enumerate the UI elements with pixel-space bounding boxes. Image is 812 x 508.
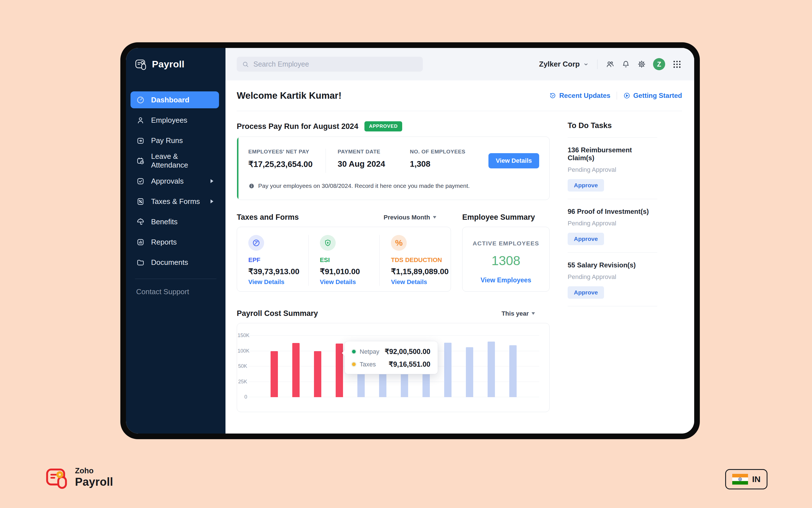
gridline bbox=[248, 335, 539, 336]
contact-support-link[interactable]: Contact Support bbox=[136, 287, 226, 296]
payrun-accent-bar bbox=[237, 137, 238, 200]
country-code: IN bbox=[752, 474, 761, 484]
sidebar-divider bbox=[135, 279, 217, 279]
esi-column: ESI ₹91,010.00 View Details bbox=[308, 235, 380, 286]
net-pay-field: EMPLOYEES' NET PAY ₹17,25,23,654.00 bbox=[248, 149, 313, 169]
main-area: Zylker Corp Z Welcome Kartik Kumar! bbox=[226, 48, 694, 433]
bar-month-9[interactable] bbox=[444, 343, 451, 397]
payment-date-label: PAYMENT DATE bbox=[338, 149, 385, 155]
device-frame: Payroll Dashboard Employees bbox=[121, 42, 700, 439]
net-pay-label: EMPLOYEES' NET PAY bbox=[248, 149, 313, 155]
bar-month-11[interactable] bbox=[488, 342, 495, 397]
apps-grid-icon[interactable] bbox=[672, 59, 682, 69]
tds-view-details-link[interactable]: View Details bbox=[391, 279, 451, 286]
sidebar-item-reports[interactable]: Reports bbox=[131, 232, 219, 252]
sidebar-item-pay-runs[interactable]: Pay Runs bbox=[131, 130, 219, 151]
page-title: Welcome Kartik Kumar! bbox=[237, 90, 342, 101]
sidebar: Payroll Dashboard Employees bbox=[126, 48, 226, 433]
bell-icon[interactable] bbox=[621, 60, 630, 69]
sidebar-item-label: Taxes & Forms bbox=[151, 197, 200, 206]
todo-item-status: Pending Approval bbox=[568, 273, 657, 281]
chart-title: Payroll Cost Summary bbox=[237, 309, 318, 318]
chart-period-dropdown[interactable]: This year bbox=[501, 310, 535, 317]
content: Welcome Kartik Kumar! Recent Updates Get… bbox=[226, 80, 694, 433]
epf-icon bbox=[248, 235, 264, 251]
search-box[interactable] bbox=[237, 57, 423, 72]
sidebar-item-documents[interactable]: Documents bbox=[131, 252, 219, 272]
getting-started-label: Getting Started bbox=[633, 92, 682, 99]
approve-button[interactable]: Approve bbox=[568, 286, 604, 299]
taxes-forms-title: Taxes and Forms bbox=[237, 213, 299, 222]
app-window: Payroll Dashboard Employees bbox=[126, 48, 694, 433]
info-icon bbox=[248, 183, 255, 189]
country-badge: IN bbox=[725, 469, 767, 490]
sidebar-item-dashboard[interactable]: Dashboard bbox=[131, 91, 219, 108]
sidebar-item-label: Dashboard bbox=[151, 96, 189, 104]
sidebar-item-leave-attendance[interactable]: Leave & Attendance bbox=[131, 151, 219, 171]
payment-note-text: Pay your employees on 30/08/2024. Record… bbox=[258, 182, 470, 189]
taxes-period-dropdown[interactable]: Previous Month bbox=[384, 214, 436, 221]
search-input[interactable] bbox=[253, 60, 418, 69]
chevron-down-icon bbox=[583, 61, 589, 68]
zoho-brand-text: Zoho bbox=[75, 467, 113, 475]
employee-count-field: NO. OF EMPLOYEES 1,308 bbox=[410, 149, 465, 169]
bar-segment-month-2[interactable] bbox=[292, 343, 300, 397]
epf-view-details-link[interactable]: View Details bbox=[248, 279, 308, 286]
org-selector[interactable]: Zylker Corp bbox=[539, 60, 589, 69]
bar-month-7[interactable] bbox=[401, 372, 408, 397]
field-separator bbox=[326, 149, 326, 173]
approve-button[interactable]: Approve bbox=[568, 233, 604, 245]
sidebar-item-label: Approvals bbox=[151, 177, 184, 185]
todo-item-title: 55 Salary Revision(s) bbox=[568, 261, 657, 269]
refresh-check-icon bbox=[549, 92, 556, 99]
bar-month-10[interactable] bbox=[466, 347, 473, 397]
sidebar-item-employees[interactable]: Employees bbox=[131, 110, 219, 130]
bar-month-12[interactable] bbox=[509, 345, 517, 397]
payment-date-value: 30 Aug 2024 bbox=[338, 159, 385, 169]
payroll-logo-icon bbox=[135, 57, 147, 71]
topbar: Zylker Corp Z bbox=[226, 48, 694, 80]
view-employees-link[interactable]: View Employees bbox=[481, 277, 531, 284]
gridline bbox=[248, 382, 539, 382]
bar-segment-month-4[interactable] bbox=[336, 344, 343, 397]
payrun-header: Process Pay Run for August 2024 APPROVED bbox=[237, 121, 550, 131]
getting-started-link[interactable]: Getting Started bbox=[623, 92, 682, 99]
todo-item-status: Pending Approval bbox=[568, 166, 657, 173]
tds-percent-icon: % bbox=[391, 235, 407, 251]
todo-item-title: 136 Reimbursement Claim(s) bbox=[568, 146, 657, 162]
esi-view-details-link[interactable]: View Details bbox=[320, 279, 380, 286]
sidebar-item-label: Employees bbox=[151, 116, 187, 125]
users-icon[interactable] bbox=[606, 60, 614, 69]
avatar[interactable]: Z bbox=[653, 58, 665, 70]
esi-label: ESI bbox=[320, 256, 380, 264]
bar-segment-month-1[interactable] bbox=[271, 351, 278, 397]
chart-tooltip: Netpay ₹92,00,500.00 Taxes ₹9,16,551.00 bbox=[345, 341, 438, 374]
payrun-card: EMPLOYEES' NET PAY ₹17,25,23,654.00 PAYM… bbox=[237, 136, 550, 200]
tooltip-netpay-row: Netpay ₹92,00,500.00 bbox=[352, 347, 430, 356]
employee-summary-card: ACTIVE EMPLOYEES 1308 View Employees bbox=[462, 227, 550, 292]
y-axis-tick-label: 25K bbox=[238, 379, 247, 385]
approve-button[interactable]: Approve bbox=[568, 179, 604, 192]
esi-value: ₹91,010.00 bbox=[320, 267, 380, 276]
netpay-swatch bbox=[352, 350, 356, 353]
todo-title: To Do Tasks bbox=[568, 121, 682, 130]
payroll-brand-text: Payroll bbox=[75, 475, 113, 488]
sidebar-item-benefits[interactable]: Benefits bbox=[131, 212, 219, 232]
sidebar-item-taxes-forms[interactable]: Taxes & Forms bbox=[131, 191, 219, 212]
welcome-row: Welcome Kartik Kumar! Recent Updates Get… bbox=[237, 80, 682, 111]
bar-month-6[interactable] bbox=[379, 371, 386, 397]
bar-segment-month-3[interactable] bbox=[314, 351, 321, 397]
divider bbox=[568, 306, 657, 306]
link-separator bbox=[617, 92, 617, 99]
tds-value: ₹1,15,89,089.00 bbox=[391, 267, 451, 276]
bar-month-5[interactable] bbox=[357, 371, 365, 397]
sidebar-item-label: Benefits bbox=[151, 217, 178, 226]
zoho-payroll-logo-icon bbox=[45, 465, 69, 490]
recent-updates-link[interactable]: Recent Updates bbox=[549, 92, 610, 99]
view-details-button[interactable]: View Details bbox=[488, 153, 539, 168]
benefits-umbrella-icon bbox=[136, 217, 145, 226]
taxes-label: Taxes bbox=[360, 361, 376, 368]
sidebar-item-approvals[interactable]: Approvals bbox=[131, 171, 219, 191]
gear-icon[interactable] bbox=[637, 60, 646, 69]
net-pay-value: ₹17,25,23,654.00 bbox=[248, 159, 313, 169]
